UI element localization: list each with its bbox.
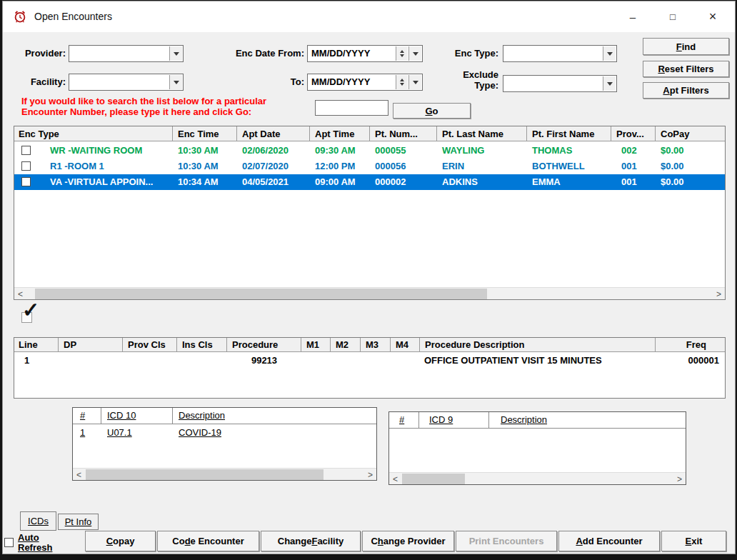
procedure-row[interactable]: 1 99213 OFFICE OUTPATIENT VISIT 15 MINUT… [14, 354, 725, 368]
column-header-copay[interactable]: CoPay [656, 126, 725, 141]
chevron-down-icon[interactable] [408, 46, 421, 61]
add-encounter-button[interactable]: Add Encounter [558, 531, 660, 551]
scroll-right-icon[interactable]: > [713, 288, 725, 300]
icd10-header-description[interactable]: Description [173, 408, 377, 424]
column-header-line: Line [14, 338, 59, 352]
tab-pt-info-label: Pt Info [65, 516, 92, 527]
enc-cell-apt-date: 02/06/2020 [237, 143, 310, 159]
proc-cell-procedure: 99213 [227, 354, 301, 368]
enc-cell-copay: $0.00 [656, 174, 725, 190]
exclude-type-label-line1: Exclude [431, 69, 498, 80]
alarm-clock-icon [13, 9, 27, 24]
column-header-pt-num[interactable]: Pt. Num... [370, 126, 437, 141]
column-header-prov[interactable]: Prov... [611, 126, 656, 141]
icd9-header-divider [389, 428, 686, 429]
column-header-freq: Freq [656, 338, 725, 352]
enc-type-label: Enc Type: [431, 48, 498, 59]
row-checkbox[interactable] [21, 177, 31, 186]
tab-icds[interactable]: ICDs [20, 511, 56, 531]
scrollbar-thumb[interactable] [402, 474, 465, 484]
maximize-button[interactable]: □ [656, 1, 689, 32]
icd10-header-num[interactable]: # [73, 408, 101, 424]
scrollbar-thumb[interactable] [35, 289, 487, 299]
column-header-m1: M1 [301, 338, 331, 352]
column-header-prov-cls: Prov Cls [123, 338, 177, 352]
auto-refresh-label-line2[interactable]: Refresh [18, 542, 52, 553]
icd9-header-description[interactable]: Description [489, 412, 686, 428]
enc-cell-pt-first-name: THOMAS [527, 143, 611, 159]
scrollbar-thumb[interactable] [86, 469, 324, 480]
select-all-check-icon[interactable]: ✓ [20, 303, 43, 326]
change-provider-button[interactable]: Change Provider [362, 531, 454, 551]
facility-select[interactable] [69, 74, 184, 91]
auto-refresh-checkbox[interactable] [4, 538, 14, 547]
apt-filters-button[interactable]: Apt Filters [643, 82, 729, 99]
column-header-pt-last-name[interactable]: Pt. Last Name [437, 126, 527, 141]
encounters-horizontal-scrollbar[interactable]: < > [14, 287, 725, 299]
auto-refresh-label-line1[interactable]: Auto [18, 532, 39, 543]
enc-cell-apt-date: 02/07/2020 [237, 159, 310, 174]
chevron-down-icon[interactable] [169, 46, 182, 61]
enc-cell-prov: 001 [611, 159, 656, 174]
date-spinner-icon[interactable] [396, 75, 408, 89]
code-encounter-button[interactable]: Code Encounter [157, 531, 259, 551]
chevron-down-icon[interactable] [169, 75, 182, 89]
column-header-apt-time[interactable]: Apt Time [310, 126, 370, 141]
row-checkbox[interactable] [21, 146, 31, 155]
to-label: To: [217, 76, 304, 87]
column-header-m2: M2 [331, 338, 361, 352]
exit-button[interactable]: Exit [661, 531, 726, 551]
close-button[interactable]: × [696, 1, 729, 32]
icd10-table: # ICD 10 Description 1 U07.1 COVID-19 < … [72, 407, 377, 481]
go-button[interactable]: Go [393, 103, 471, 119]
date-spinner-icon[interactable] [396, 46, 408, 61]
enc-cell-apt-time: 12:00 PM [310, 159, 370, 174]
encounter-row[interactable]: WR -WAITING ROOM 10:30 AM 02/06/2020 09:… [14, 143, 725, 159]
column-header-enc-type[interactable]: Enc Type [14, 126, 173, 141]
procedures-header-row: Line DP Prov Cls Ins Cls Procedure M1 M2… [14, 338, 725, 352]
icd10-header-code[interactable]: ICD 10 [101, 408, 173, 424]
enc-cell-pt-first-name: EMMA [527, 174, 611, 190]
column-header-apt-date[interactable]: Apt Date [237, 126, 310, 141]
icd9-table: # ICD 9 Description < > [388, 411, 686, 485]
icd9-horizontal-scrollbar[interactable]: < > [389, 472, 686, 484]
encounter-number-input[interactable] [315, 100, 388, 116]
enc-cell-pt-last-name: WAYLING [437, 143, 527, 159]
reset-filters-button[interactable]: Reset Filters [643, 61, 729, 77]
find-button[interactable]: Find [643, 38, 729, 55]
icd9-header-code[interactable]: ICD 9 [419, 412, 489, 428]
column-header-procedure-description: Procedure Description [420, 338, 656, 352]
change-facility-button[interactable]: Change Facility [261, 531, 361, 551]
icd9-header-num[interactable]: # [389, 412, 419, 428]
chevron-down-icon[interactable] [408, 75, 421, 89]
enc-date-from-input[interactable]: MM/DD/YYYY [307, 45, 423, 62]
enc-date-to-input[interactable]: MM/DD/YYYY [307, 74, 423, 91]
encounter-row-selected[interactable]: VA -VIRTUAL APPOIN... 10:34 AM 04/05/202… [14, 174, 725, 190]
encounter-row[interactable]: R1 -ROOM 1 10:30 AM 02/07/2020 12:00 PM … [14, 159, 725, 174]
exclude-type-label-line2: Type: [431, 80, 498, 91]
copay-button[interactable]: Copay [85, 531, 156, 551]
print-encounters-button: Print Encounters [456, 531, 557, 551]
chevron-down-icon[interactable] [603, 76, 616, 91]
scroll-left-icon[interactable]: < [389, 473, 401, 485]
minimize-button[interactable]: – [616, 1, 649, 32]
row-checkbox[interactable] [21, 161, 31, 171]
enc-cell-apt-time: 09:00 AM [310, 174, 370, 190]
enc-cell-enc-time: 10:30 AM [173, 143, 237, 159]
column-header-enc-time[interactable]: Enc Time [173, 126, 237, 141]
scroll-right-icon[interactable]: > [364, 469, 376, 481]
scroll-left-icon[interactable]: < [73, 469, 85, 481]
enc-type-select[interactable] [503, 45, 617, 62]
enc-cell-enc-type: WR -WAITING ROOM [47, 143, 173, 159]
scroll-right-icon[interactable]: > [673, 473, 686, 485]
proc-cell-line: 1 [14, 354, 59, 368]
enc-cell-pt-last-name: ADKINS [437, 174, 527, 190]
enc-cell-enc-type: VA -VIRTUAL APPOIN... [47, 174, 173, 190]
column-header-pt-first-name[interactable]: Pt. First Name [527, 126, 611, 141]
tab-pt-info[interactable]: Pt Info [58, 514, 99, 530]
provider-select[interactable] [69, 45, 184, 62]
exclude-type-select[interactable] [503, 75, 617, 92]
icd10-horizontal-scrollbar[interactable]: < > [73, 468, 376, 480]
icd10-header-divider [73, 424, 376, 424]
chevron-down-icon[interactable] [603, 46, 616, 61]
